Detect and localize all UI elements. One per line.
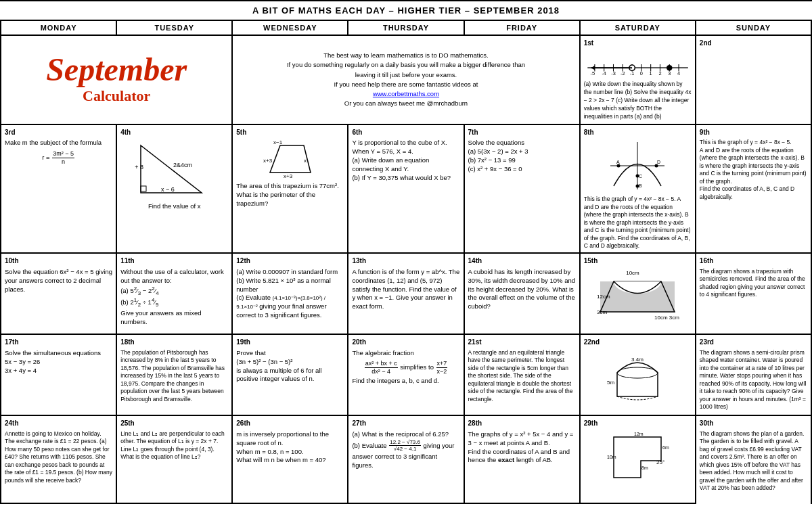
svg-text:4: 4 [677, 70, 680, 75]
day-num-27: 27th [352, 419, 459, 428]
intro-line1: The best way to learn mathematics is to … [287, 51, 525, 60]
svg-text:-5: -5 [590, 70, 595, 75]
svg-rect-26 [141, 186, 146, 191]
svg-text:x − 6: x − 6 [161, 186, 175, 193]
intro-text: The best way to learn mathematics is to … [284, 48, 528, 112]
svg-text:2&4cm: 2&4cm [173, 162, 192, 168]
day-num-6: 6th [352, 128, 459, 137]
cell-sat-15: 15th 10cm 12cm 3cm 10cm 3cm [581, 254, 696, 335]
cell-wed-26: 26th m is inversely proportional to the … [233, 416, 348, 504]
svg-text:D: D [657, 160, 660, 164]
wed5-text: The area of this trapezium is 77cm². Wha… [236, 182, 344, 208]
prism-diagram: 3.4m 5m [604, 349, 671, 403]
cell-wed-12: 12th (a) Write 0.000907 in standard form… [233, 254, 348, 335]
garden-diagram: 25° 12m 6m 8m 10m [604, 430, 671, 484]
september-label: September [46, 53, 187, 86]
fri7-text: Solve the equations(a) 5(3x − 2) = 2x + … [468, 139, 576, 173]
svg-text:3cm: 3cm [597, 309, 607, 315]
header-monday: MONDAY [1, 21, 117, 36]
svg-point-21 [667, 65, 672, 70]
header-tuesday: TUESDAY [117, 21, 233, 36]
svg-text:10cm: 10cm [626, 270, 639, 276]
cell-thu-20: 20th The algebraic fraction ax² + bx + c… [348, 335, 464, 416]
cell-fri-28: 28th The graphs of y = x² + 5x − 4 and y… [465, 416, 581, 504]
svg-text:8m: 8m [641, 465, 648, 470]
day-num-25: 25th [120, 419, 228, 428]
fri28-text: The graphs of y = x² + 5x − 4 and y = 3 … [468, 430, 576, 465]
svg-text:5m: 5m [607, 380, 614, 386]
day-num-11: 11th [120, 256, 228, 266]
day-num-13: 13th [352, 256, 459, 266]
svg-point-38 [655, 164, 658, 168]
tue18-text: The population of Pitsborough has increa… [120, 349, 228, 403]
intro-line2: If you do something regularly on a daily… [287, 60, 525, 70]
header-thursday: THURSDAY [348, 21, 464, 36]
cell-fri-7: 7th Solve the equations(a) 5(3x − 2) = 2… [465, 125, 581, 254]
cell-sat-1: 1st -5 -4 -3 -2 -1 0 [581, 36, 696, 125]
svg-text:2: 2 [658, 70, 661, 75]
cell-wed-5: 5th x+3 x−1 x x+3 The area of this trape… [233, 125, 348, 254]
intro-cell: The best way to learn mathematics is to … [233, 36, 580, 125]
thu20-text: The algebraic fraction ax² + bx + c dx² … [352, 349, 459, 386]
day-num-12: 12th [236, 256, 344, 266]
day-num-15: 15th [584, 256, 692, 266]
cell-sun-30: 30th The diagram shows the plan of a gar… [696, 416, 812, 504]
svg-text:10m: 10m [607, 455, 616, 459]
cell-sat-22: 22nd 3.4m 5m [581, 335, 696, 416]
svg-text:B: B [639, 183, 642, 188]
cell-tue-4: 4th x − 6 x + 8 2&4cm Find the valu [117, 125, 233, 254]
day-num-3: 3rd [5, 128, 112, 137]
svg-text:x + 8: x + 8 [134, 164, 143, 170]
day-num-4: 4th [120, 128, 228, 137]
calculator-label: Calculator [83, 86, 150, 106]
day-num-24: 24th [5, 419, 112, 428]
header-wednesday: WEDNESDAY [233, 21, 348, 36]
corbett-maths-link[interactable]: www.corbettmaths.com [373, 90, 439, 97]
day-num-22: 22nd [584, 338, 692, 347]
svg-text:3.4m: 3.4m [631, 357, 644, 363]
svg-marker-55 [614, 437, 661, 478]
cell-tue-11: 11th Without the use of a calculator, wo… [117, 254, 233, 335]
number-line-svg: -5 -4 -3 -2 -1 0 1 2 3 4 [584, 53, 692, 75]
intro-line5: Or you can always tweet me @mrchadburn [287, 99, 525, 108]
page: A BIT OF MATHS EACH DAY – HIGHER TIER – … [0, 0, 812, 527]
cell-mon-24: 24th Annette is going to Mexico on holid… [1, 416, 117, 504]
svg-text:-3: -3 [611, 70, 616, 75]
svg-point-37 [617, 164, 621, 168]
header-saturday: SATURDAY [581, 21, 696, 36]
day-num-9: 9th [700, 128, 807, 137]
day-num-20: 20th [352, 338, 459, 347]
day-num-28: 28th [468, 419, 576, 428]
cell-fri-21: 21st A rectangle and an equilateral tria… [465, 335, 581, 416]
day-num-26: 26th [236, 419, 344, 428]
tue4-text: Find the value of x [120, 202, 228, 211]
cell-sat-29: 29th 25° 12m 6m 8m 10m [581, 416, 696, 504]
svg-text:x+3: x+3 [263, 158, 273, 164]
mon24-text: Annette is going to Mexico on holiday. T… [5, 430, 112, 484]
wed19-text: Prove that(3n + 5)² − (3n − 5)²is always… [236, 349, 344, 384]
day-num-14: 14th [468, 256, 576, 266]
svg-text:x: x [304, 158, 307, 164]
day-num-7: 7th [468, 128, 576, 137]
parabola-graph: A D C B [604, 139, 671, 193]
sun9-text: This is the graph of y = 4x² − 8x − 5.A … [700, 139, 807, 201]
day-num-8: 8th [584, 128, 692, 137]
cell-sun-16: 16th The diagram shows a trapezium with … [696, 254, 812, 335]
day-num-sun2: 2nd [700, 39, 807, 48]
tue11-text: Without the use of a calculator, work ou… [120, 268, 228, 327]
svg-text:x−1: x−1 [273, 139, 283, 145]
svg-text:1: 1 [649, 70, 652, 75]
svg-text:12cm: 12cm [597, 294, 610, 300]
svg-text:A: A [616, 160, 620, 164]
cell-fri-14: 14th A cuboid has its length increased b… [465, 254, 581, 335]
svg-text:C: C [639, 174, 642, 179]
cell-mon-17: 17th Solve the simultaneous equations5x … [1, 335, 117, 416]
fri14-text: A cuboid has its length increased by 30%… [468, 268, 576, 311]
svg-text:12m: 12m [634, 432, 644, 436]
svg-text:3: 3 [668, 70, 671, 75]
fri21-text: A rectangle and an equilateral triangle … [468, 349, 576, 403]
trapezoid-semicircle-diagram: 10cm 12cm 3cm 10cm 3cm [593, 268, 681, 322]
day-num-30: 30th [700, 419, 807, 428]
svg-text:0: 0 [640, 70, 643, 75]
svg-text:6m: 6m [662, 445, 669, 450]
